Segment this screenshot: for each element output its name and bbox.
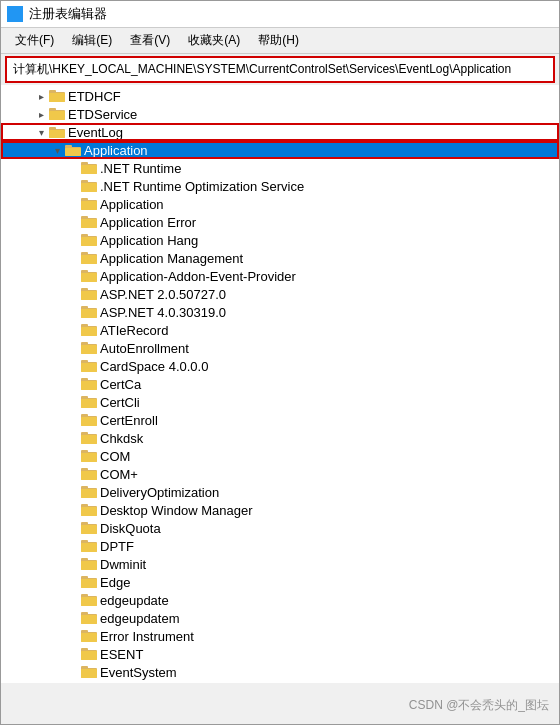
folder-icon xyxy=(81,593,97,607)
folder-icon xyxy=(81,647,97,661)
no-expand xyxy=(65,340,81,356)
tree-item-certenroll[interactable]: CertEnroll xyxy=(1,411,559,429)
tree-item-aspnet-2[interactable]: ASP.NET 2.0.50727.0 xyxy=(1,285,559,303)
no-expand xyxy=(65,646,81,662)
svg-rect-69 xyxy=(81,471,97,480)
svg-rect-21 xyxy=(81,183,97,192)
tree-item-edge[interactable]: Edge xyxy=(1,573,559,591)
tree-item-cardspace[interactable]: CardSpace 4.0.0.0 xyxy=(1,357,559,375)
tree-item-delivery-opt[interactable]: DeliveryOptimization xyxy=(1,483,559,501)
item-label: .NET Runtime Optimization Service xyxy=(100,179,304,194)
tree-item-certca[interactable]: CertCa xyxy=(1,375,559,393)
folder-icon xyxy=(81,233,97,247)
no-expand xyxy=(65,484,81,500)
svg-rect-0 xyxy=(9,8,14,13)
tree-item-chkdsk[interactable]: Chkdsk xyxy=(1,429,559,447)
no-expand xyxy=(65,502,81,518)
folder-icon xyxy=(81,161,97,175)
item-label: ASP.NET 2.0.50727.0 xyxy=(100,287,226,302)
no-expand xyxy=(65,610,81,626)
registry-editor-window: 注册表编辑器 文件(F)编辑(E)查看(V)收藏夹(A)帮助(H) 计算机\HK… xyxy=(0,0,560,725)
no-expand xyxy=(65,448,81,464)
item-label: DPTF xyxy=(100,539,134,554)
expand-icon[interactable]: ▸ xyxy=(33,106,49,122)
tree-item-application-hang[interactable]: Application Hang xyxy=(1,231,559,249)
no-expand xyxy=(65,664,81,680)
item-label: Desktop Window Manager xyxy=(100,503,252,518)
item-label: Application Management xyxy=(100,251,243,266)
item-label: .NET Runtime xyxy=(100,161,181,176)
svg-rect-2 xyxy=(9,15,14,20)
tree-item-eventsystem[interactable]: EventSystem xyxy=(1,663,559,681)
tree-item-application[interactable]: Application xyxy=(1,195,559,213)
expand-icon[interactable]: ▸ xyxy=(33,88,49,104)
tree-item-esent[interactable]: ESENT xyxy=(1,645,559,663)
tree-item-application-parent[interactable]: ▾ Application xyxy=(1,141,559,159)
item-label: Dwminit xyxy=(100,557,146,572)
tree-item-error-instrument[interactable]: Error Instrument xyxy=(1,627,559,645)
svg-rect-1 xyxy=(16,8,21,13)
folder-icon xyxy=(81,251,97,265)
svg-rect-60 xyxy=(81,417,97,426)
no-expand xyxy=(65,376,81,392)
tree-item-etdservice[interactable]: ▸ ETDService xyxy=(1,105,559,123)
menu-item[interactable]: 编辑(E) xyxy=(64,30,120,51)
collapse-icon[interactable]: ▾ xyxy=(49,142,65,158)
folder-icon xyxy=(81,377,97,391)
tree-item-application-addon[interactable]: Application-Addon-Event-Provider xyxy=(1,267,559,285)
tree-item-net-runtime[interactable]: .NET Runtime xyxy=(1,159,559,177)
no-expand xyxy=(65,538,81,554)
item-label: Chkdsk xyxy=(100,431,143,446)
svg-rect-93 xyxy=(81,615,97,624)
tree-item-dwm[interactable]: Desktop Window Manager xyxy=(1,501,559,519)
item-label: DeliveryOptimization xyxy=(100,485,219,500)
tree-item-dptf[interactable]: DPTF xyxy=(1,537,559,555)
tree-item-dwminit[interactable]: Dwminit xyxy=(1,555,559,573)
svg-rect-14 xyxy=(65,145,72,148)
tree-item-com-plus[interactable]: COM+ xyxy=(1,465,559,483)
title-bar: 注册表编辑器 xyxy=(1,1,559,28)
menu-item[interactable]: 文件(F) xyxy=(7,30,62,51)
tree-item-eventlog[interactable]: ▾ EventLog xyxy=(1,123,559,141)
item-label: COM+ xyxy=(100,467,138,482)
menu-item[interactable]: 帮助(H) xyxy=(250,30,307,51)
folder-icon xyxy=(81,197,97,211)
no-expand xyxy=(65,214,81,230)
tree-item-autoenrollment[interactable]: AutoEnrollment xyxy=(1,339,559,357)
no-expand xyxy=(65,304,81,320)
svg-rect-78 xyxy=(81,525,97,534)
collapse-icon[interactable]: ▾ xyxy=(33,124,49,140)
menu-bar: 文件(F)编辑(E)查看(V)收藏夹(A)帮助(H) xyxy=(1,28,559,54)
folder-icon xyxy=(49,125,65,139)
address-bar[interactable]: 计算机\HKEY_LOCAL_MACHINE\SYSTEM\CurrentCon… xyxy=(5,56,555,83)
folder-icon xyxy=(81,305,97,319)
svg-rect-12 xyxy=(49,130,65,138)
menu-item[interactable]: 收藏夹(A) xyxy=(180,30,248,51)
tree-wrapper: ▸ ETDHCF▸ ETDService▾ EventLog▾ Applicat… xyxy=(1,85,559,724)
svg-rect-84 xyxy=(81,561,97,570)
tree-item-com[interactable]: COM xyxy=(1,447,559,465)
tree-item-edgeupdate[interactable]: edgeupdate xyxy=(1,591,559,609)
no-expand xyxy=(65,160,81,176)
menu-item[interactable]: 查看(V) xyxy=(122,30,178,51)
svg-rect-18 xyxy=(81,165,97,174)
folder-icon xyxy=(81,395,97,409)
tree-item-etdhcf[interactable]: ▸ ETDHCF xyxy=(1,87,559,105)
svg-rect-66 xyxy=(81,453,97,462)
tree-item-net-runtime-opt[interactable]: .NET Runtime Optimization Service xyxy=(1,177,559,195)
tree-item-application-error[interactable]: Application Error xyxy=(1,213,559,231)
tree-item-diskquota[interactable]: DiskQuota xyxy=(1,519,559,537)
svg-rect-96 xyxy=(81,633,97,642)
svg-rect-54 xyxy=(81,381,97,390)
tree-item-application-management[interactable]: Application Management xyxy=(1,249,559,267)
item-label: EventLog xyxy=(68,125,123,140)
tree-item-atierecord[interactable]: ATIeRecord xyxy=(1,321,559,339)
tree-item-aspnet-4[interactable]: ASP.NET 4.0.30319.0 xyxy=(1,303,559,321)
registry-tree[interactable]: ▸ ETDHCF▸ ETDService▾ EventLog▾ Applicat… xyxy=(1,85,559,683)
svg-rect-33 xyxy=(81,255,97,264)
tree-item-edgeupdatem[interactable]: edgeupdatem xyxy=(1,609,559,627)
folder-icon xyxy=(81,611,97,625)
folder-icon xyxy=(81,629,97,643)
tree-item-certcli[interactable]: CertCli xyxy=(1,393,559,411)
no-expand xyxy=(65,286,81,302)
